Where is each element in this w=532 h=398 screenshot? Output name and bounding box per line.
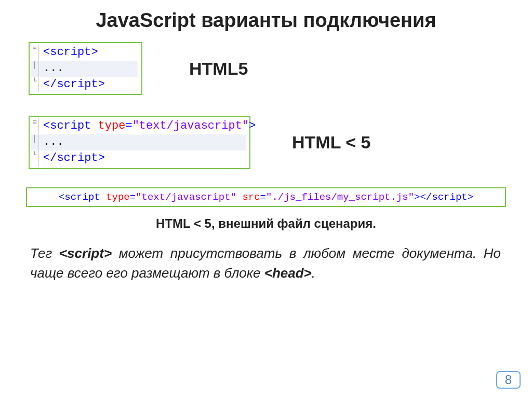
fold-gutter-icon: ⊟: [31, 118, 39, 134]
section-html-lt5: ⊟ <script type="text/javascript"> │ ... …: [29, 116, 532, 169]
attr-name: type: [106, 191, 130, 203]
attr-name: src: [242, 191, 260, 203]
angle-close: >: [98, 78, 105, 91]
angle-close: >: [91, 46, 98, 59]
angle-close: >: [414, 191, 420, 203]
gutter-end-icon: └: [31, 150, 39, 167]
page-number-badge: 8: [496, 371, 521, 389]
tag-name: script: [57, 78, 98, 91]
tag-name: script: [64, 191, 100, 203]
fold-gutter-icon: ⊟: [31, 45, 39, 61]
label-html5: HTML5: [189, 59, 248, 79]
space: [100, 191, 106, 203]
slide-title: JavaScript варианты подключения: [0, 9, 532, 32]
angle-open: <: [43, 46, 50, 59]
section-html5: ⊟ <script> │ ... └ </script> HTML5: [29, 42, 532, 95]
angle-close: >: [249, 119, 256, 132]
angle-open: </: [43, 78, 57, 91]
code-line: <script>: [41, 45, 100, 61]
text-span: .: [312, 265, 315, 281]
equals: =: [125, 119, 132, 132]
tag-name: script: [50, 119, 91, 132]
angle-open: <: [59, 191, 64, 203]
tag-literal: <script>: [59, 245, 112, 261]
attr-value: "text/javascript": [136, 191, 236, 203]
code-line: <script type="text/javascript" src="./js…: [30, 190, 502, 204]
attr-value: "./js_files/my_script.js": [266, 191, 414, 203]
code-box-html5: ⊟ <script> │ ... └ </script>: [29, 42, 142, 95]
text-span: Тег: [30, 245, 59, 261]
gutter-branch-icon: │: [31, 61, 39, 77]
code-line: <script type="text/javascript">: [41, 118, 258, 134]
code-line: </script>: [41, 150, 107, 167]
angle-close: >: [468, 191, 473, 203]
body-paragraph: Тег <script> может присутствовать в любо…: [30, 244, 501, 283]
angle-open: </: [420, 191, 432, 203]
gutter-end-icon: └: [31, 77, 39, 93]
equals: =: [130, 191, 136, 203]
tag-name: script: [50, 46, 91, 59]
tag-name: script: [57, 152, 98, 164]
code-line: </script>: [41, 77, 107, 93]
gutter-branch-icon: │: [31, 134, 39, 150]
label-html-lt5: HTML < 5: [292, 132, 370, 153]
tag-name: script: [432, 191, 467, 203]
space: [91, 119, 98, 132]
caption-external: HTML < 5, внешний файл сценария.: [0, 216, 532, 231]
angle-open: </: [43, 152, 57, 164]
code-box-html-lt5: ⊟ <script type="text/javascript"> │ ... …: [29, 116, 250, 169]
code-box-external: <script type="text/javascript" src="./js…: [26, 187, 506, 208]
code-line: ...: [41, 61, 66, 77]
equals: =: [260, 191, 266, 203]
code-line: ...: [41, 134, 66, 150]
attr-name: type: [98, 119, 126, 132]
angle-open: <: [43, 119, 50, 132]
attr-value: "text/javascript": [132, 119, 249, 132]
tag-literal: <head>: [264, 265, 312, 281]
angle-close: >: [98, 152, 105, 164]
section-external-file: <script type="text/javascript" src="./js…: [0, 187, 532, 231]
space: [236, 191, 242, 203]
